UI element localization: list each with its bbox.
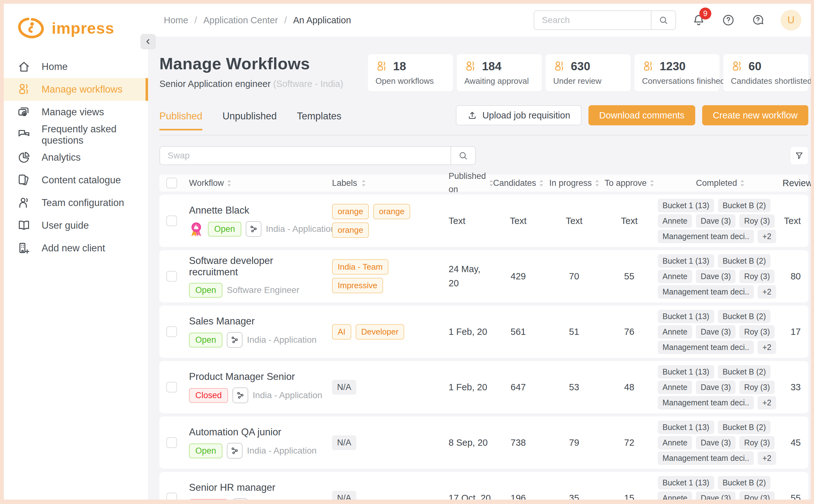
feedback-button[interactable] xyxy=(751,13,765,27)
sort-icon[interactable] xyxy=(650,180,654,186)
user-avatar[interactable]: U xyxy=(781,10,801,31)
users-icon xyxy=(464,60,477,73)
candidates-cell: 738 xyxy=(491,438,545,448)
workflow-type-chip[interactable] xyxy=(232,387,248,403)
sidebar-item-home[interactable]: Home xyxy=(4,55,148,78)
sidebar-item-add-new-client[interactable]: Add new client xyxy=(4,237,148,260)
table-search-input[interactable] xyxy=(160,147,450,164)
page-title: Manage Workflows xyxy=(159,54,343,73)
table-row[interactable]: Annette Black Open India - Ap xyxy=(159,195,808,247)
sidebar-item-manage-views[interactable]: Manage views xyxy=(4,101,148,123)
label-chip-na: N/A xyxy=(332,380,356,395)
bucket-chip: Management team deci.. xyxy=(658,451,754,465)
column-header-completed[interactable]: Completed xyxy=(655,178,782,188)
collapse-sidebar-button[interactable] xyxy=(140,34,156,49)
status-badge: Open xyxy=(189,283,222,298)
table-row[interactable]: Product Manager Senior Closed India - Ap… xyxy=(159,361,808,413)
column-header-labels[interactable]: Labels xyxy=(324,178,438,188)
faq-icon xyxy=(17,128,31,142)
more-chip[interactable]: +2 xyxy=(758,230,776,243)
sidebar-item-team-configuration[interactable]: Team configuration xyxy=(4,192,148,214)
row-checkbox[interactable] xyxy=(166,382,177,392)
row-checkbox[interactable] xyxy=(166,271,177,282)
create-new-workflow-button[interactable]: Create new workflow xyxy=(702,105,808,125)
table-row[interactable]: Sales Manager Open India - Application A… xyxy=(159,306,808,358)
workflow-type-chip[interactable] xyxy=(227,443,243,459)
guide-book-icon xyxy=(17,219,31,232)
global-search-input[interactable] xyxy=(534,11,651,29)
tab-published[interactable]: Published xyxy=(159,111,202,130)
row-checkbox[interactable] xyxy=(166,493,177,500)
completed-cell: Bucket 1 (13)Bucket B (2) AnneteDave (3)… xyxy=(655,197,782,245)
workflow-meta: India - Application xyxy=(247,335,317,345)
main-area: Home / Application Center / An Applicati… xyxy=(148,4,811,500)
sort-icon[interactable] xyxy=(740,180,744,186)
sidebar-item-analytics[interactable]: Analytics xyxy=(4,146,148,169)
row-checkbox[interactable] xyxy=(166,437,177,448)
bucket-chip: Dave (3) xyxy=(696,214,736,228)
more-chip[interactable]: +2 xyxy=(758,451,776,465)
select-all-checkbox[interactable] xyxy=(166,178,177,188)
column-header-published[interactable]: Published on xyxy=(438,170,491,196)
header-checkbox-cell xyxy=(159,178,183,188)
sidebar-item-user-guide[interactable]: User guide xyxy=(4,214,148,237)
candidates-cell: 196 xyxy=(491,493,545,500)
row-checkbox[interactable] xyxy=(166,215,177,226)
stat-label: Under review xyxy=(553,76,623,86)
workflow-name[interactable]: Senior HR manager xyxy=(189,482,324,493)
table-row[interactable]: Software developer recruitment Open Soft… xyxy=(159,250,808,302)
filter-button[interactable] xyxy=(790,146,808,165)
workflow-name[interactable]: Software developer recruitment xyxy=(189,255,324,278)
tab-unpublished[interactable]: Unpublished xyxy=(222,111,277,130)
upload-job-requisition-button[interactable]: Upload job requisition xyxy=(456,105,582,125)
download-comments-button[interactable]: Download comments xyxy=(588,105,695,125)
label-chip: orange xyxy=(332,204,369,219)
column-header-reviewed[interactable]: Reviewed xyxy=(782,178,811,188)
column-label: Reviewed xyxy=(782,178,811,188)
column-header-workflow[interactable]: Workflow xyxy=(183,178,324,188)
bucket-chip: Bucket 1 (13) xyxy=(658,421,714,434)
brand-logo[interactable]: impress xyxy=(4,4,148,40)
table-row[interactable]: Senior HR manager Closed India - Applica… xyxy=(159,472,808,500)
sort-icon[interactable] xyxy=(595,180,599,186)
breadcrumb-separator: / xyxy=(194,15,197,26)
table-row[interactable]: Automation QA junior Open India - Applic… xyxy=(159,416,808,469)
home-icon xyxy=(17,60,31,74)
row-checkbox[interactable] xyxy=(166,326,177,337)
breadcrumb-home[interactable]: Home xyxy=(164,15,188,26)
sidebar-item-faq[interactable]: Frequently asked questions xyxy=(4,123,148,146)
bucket-chip: Management team deci.. xyxy=(658,396,754,409)
workflow-type-chip[interactable] xyxy=(227,332,243,348)
users-icon xyxy=(375,60,388,73)
label-chip-na: N/A xyxy=(332,491,356,500)
chat-question-icon xyxy=(751,13,765,27)
stat-value: 60 xyxy=(748,60,761,73)
sort-icon[interactable] xyxy=(227,180,231,186)
label-chip: India - Team xyxy=(332,259,388,275)
column-label: Labels xyxy=(332,178,357,188)
more-chip[interactable]: +2 xyxy=(758,285,776,299)
workflow-type-chip[interactable] xyxy=(246,221,261,237)
table-search-button[interactable] xyxy=(450,147,475,164)
column-header-candidates[interactable]: Candidates xyxy=(491,178,545,188)
notifications-button[interactable]: 9 xyxy=(692,13,706,27)
global-search-button[interactable] xyxy=(651,11,675,29)
column-label: Published on xyxy=(449,170,486,196)
more-chip[interactable]: +2 xyxy=(758,341,776,354)
sidebar-item-content-catalogue[interactable]: Content catalogue xyxy=(4,169,148,192)
sort-icon[interactable] xyxy=(362,180,366,186)
tab-templates[interactable]: Templates xyxy=(297,111,341,130)
sidebar-item-manage-workflows[interactable]: Manage workflows xyxy=(4,78,148,101)
column-header-to-approve[interactable]: To approve xyxy=(603,178,655,188)
workflow-name[interactable]: Product Manager Senior xyxy=(189,371,324,382)
column-header-in-progress[interactable]: In progress xyxy=(545,178,603,188)
workflow-type-chip[interactable] xyxy=(232,498,248,500)
help-button[interactable] xyxy=(721,13,735,27)
workflow-name[interactable]: Automation QA junior xyxy=(189,427,324,438)
sort-icon[interactable] xyxy=(539,180,543,186)
breadcrumb-application-center[interactable]: Application Center xyxy=(203,15,278,26)
more-chip[interactable]: +2 xyxy=(758,396,776,409)
workflow-name[interactable]: Sales Manager xyxy=(189,316,324,327)
workflow-name[interactable]: Annette Black xyxy=(189,205,324,216)
bucket-chip: Annete xyxy=(658,270,692,283)
